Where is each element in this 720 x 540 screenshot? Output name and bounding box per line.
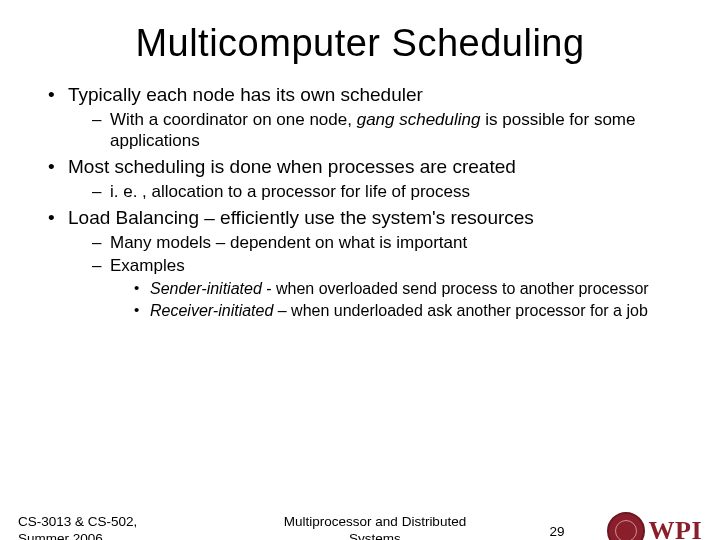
sub-sub-list: Sender-initiated - when overloaded send …: [110, 279, 692, 321]
sub-list: With a coordinator on one node, gang sch…: [68, 109, 692, 152]
sub-sub-bullet-item: Receiver-initiated – when underloaded as…: [134, 301, 692, 321]
italic-term: Receiver-initiated: [150, 302, 273, 319]
footer-title-line2: Systems: [218, 531, 532, 540]
bullet-item: Most scheduling is done when processes a…: [48, 155, 692, 202]
slide-content: Typically each node has its own schedule…: [0, 83, 720, 321]
sub-bullet-item: With a coordinator on one node, gang sch…: [92, 109, 692, 152]
sub-bullet-text: i. e. , allocation to a processor for li…: [110, 182, 470, 201]
sub-bullet-text: With a coordinator on one node,: [110, 110, 357, 129]
wpi-logo-text: WPI: [649, 516, 703, 540]
italic-term: gang scheduling: [357, 110, 481, 129]
sub-bullet-item: Many models – dependent on what is impor…: [92, 232, 692, 253]
sub-list: i. e. , allocation to a processor for li…: [68, 181, 692, 202]
page-number: 29: [532, 524, 582, 539]
italic-term: Sender-initiated: [150, 280, 266, 297]
sub-bullet-item: Examples Sender-initiated - when overloa…: [92, 255, 692, 320]
bullet-text: Load Balancing – efficiently use the sys…: [68, 207, 534, 228]
footer-title-line1: Multiprocessor and Distributed: [218, 514, 532, 531]
bullet-list: Typically each node has its own schedule…: [28, 83, 692, 321]
wpi-seal-icon: [607, 512, 645, 540]
sub-sub-bullet-item: Sender-initiated - when overloaded send …: [134, 279, 692, 299]
sub-sub-bullet-text: – when underloaded ask another processor…: [273, 302, 647, 319]
sub-list: Many models – dependent on what is impor…: [68, 232, 692, 321]
wpi-logo: WPI: [582, 512, 702, 540]
bullet-text: Most scheduling is done when processes a…: [68, 156, 516, 177]
slide: Multicomputer Scheduling Typically each …: [0, 22, 720, 540]
term: Summer 2006: [18, 531, 218, 540]
footer: CS-3013 & CS-502, Summer 2006 Multiproce…: [0, 512, 720, 540]
course-code: CS-3013 & CS-502,: [18, 514, 218, 531]
slide-title: Multicomputer Scheduling: [0, 22, 720, 65]
sub-bullet-text: Many models – dependent on what is impor…: [110, 233, 467, 252]
sub-bullet-text: Examples: [110, 256, 185, 275]
bullet-item: Load Balancing – efficiently use the sys…: [48, 206, 692, 320]
bullet-text: Typically each node has its own schedule…: [68, 84, 423, 105]
sub-sub-bullet-text: - when overloaded send process to anothe…: [266, 280, 648, 297]
footer-left: CS-3013 & CS-502, Summer 2006: [18, 514, 218, 540]
sub-bullet-item: i. e. , allocation to a processor for li…: [92, 181, 692, 202]
footer-center: Multiprocessor and Distributed Systems: [218, 514, 532, 540]
bullet-item: Typically each node has its own schedule…: [48, 83, 692, 151]
